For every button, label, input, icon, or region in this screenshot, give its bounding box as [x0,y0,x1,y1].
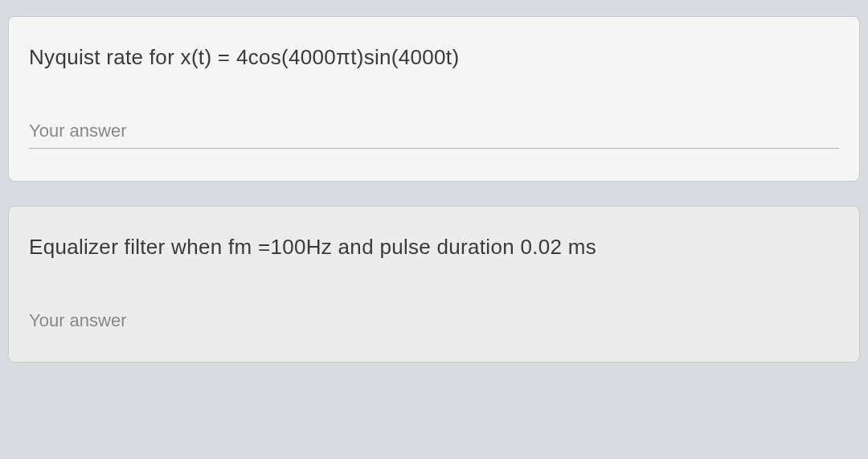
answer-label-2: Your answer [29,304,839,338]
question-text-2: Equalizer filter when fm =100Hz and puls… [29,235,839,260]
question-text-1: Nyquist rate for x(t) = 4cos(4000πt)sin(… [29,45,839,70]
question-card-1: Nyquist rate for x(t) = 4cos(4000πt)sin(… [8,16,860,182]
answer-input-1[interactable] [29,114,839,149]
question-card-2: Equalizer filter when fm =100Hz and puls… [8,206,860,363]
